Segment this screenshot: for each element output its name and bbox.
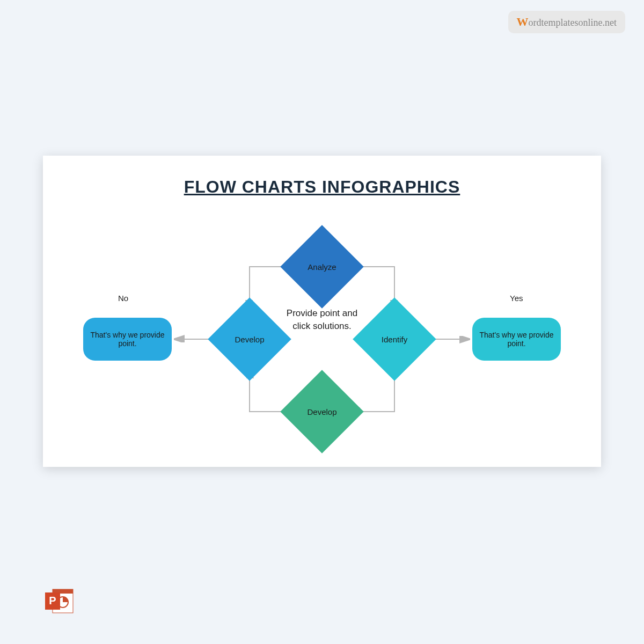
watermark-text: ordtemplatesonline.net bbox=[529, 17, 617, 28]
watermark-letter: W bbox=[517, 15, 529, 28]
node-develop-left: Develop bbox=[220, 310, 279, 369]
node-develop-bottom-label: Develop bbox=[307, 407, 336, 416]
outcome-yes-text: That's why we provide point. bbox=[478, 331, 555, 348]
node-identify: Identify bbox=[365, 310, 424, 369]
slide-container: FLOW CHARTS INFOGRAPHICS Anal bbox=[43, 156, 601, 467]
slide-title: FLOW CHARTS INFOGRAPHICS bbox=[43, 177, 601, 197]
svg-text:P: P bbox=[49, 595, 56, 606]
branch-yes-label: Yes bbox=[510, 294, 523, 303]
outcome-no-text: That's why we provide point. bbox=[89, 331, 166, 348]
outcome-no-box: That's why we provide point. bbox=[83, 318, 172, 361]
center-description: Provide point and click solutions. bbox=[282, 307, 362, 333]
node-develop-bottom: Develop bbox=[292, 382, 352, 441]
node-analyze: Analyze bbox=[292, 237, 352, 296]
branch-no-label: No bbox=[118, 294, 128, 303]
flowchart-diagram: Analyze Develop Identify Develop Provide… bbox=[43, 197, 601, 455]
node-identify-label: Identify bbox=[382, 335, 407, 344]
watermark-badge: Wordtemplatesonline.net bbox=[508, 11, 625, 33]
powerpoint-icon: P bbox=[43, 585, 75, 617]
node-analyze-label: Analyze bbox=[308, 262, 336, 272]
node-develop-left-label: Develop bbox=[235, 335, 264, 344]
outcome-yes-box: That's why we provide point. bbox=[472, 318, 561, 361]
